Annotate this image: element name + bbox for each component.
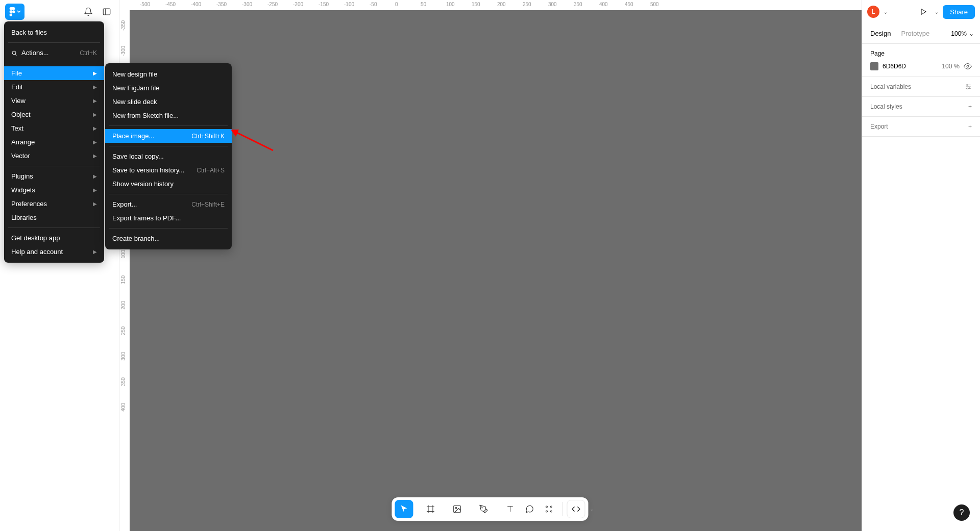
menu-shortcut: Ctrl+Shift+E: [191, 201, 225, 208]
notifications-button[interactable]: [81, 5, 95, 19]
tool-dev-mode[interactable]: [567, 500, 585, 518]
menu-get-desktop-app[interactable]: Get desktop app: [4, 231, 104, 245]
file-submenu: New design file New FigJam file New slid…: [105, 63, 232, 249]
menu-item-label: Save local copy...: [112, 153, 164, 160]
menu-libraries[interactable]: Libraries: [4, 211, 104, 224]
panel-icon: [102, 7, 111, 16]
submenu-create-branch[interactable]: Create branch...: [105, 232, 232, 245]
section-label: Local styles: [870, 103, 902, 110]
main-menu-button[interactable]: [5, 4, 24, 20]
ruler-horizontal: -500 -450 -400 -350 -300 -250 -200 -150 …: [130, 0, 862, 10]
right-panel: L ⌄ ⌄ Share Design Prototype 100% ⌄ Page…: [862, 0, 980, 531]
submenu-new-slide-deck[interactable]: New slide deck: [105, 95, 232, 109]
tab-design[interactable]: Design: [868, 28, 893, 39]
menu-view[interactable]: View ▶: [4, 94, 104, 108]
menu-item-label: Export...: [112, 200, 137, 208]
submenu-new-from-sketch[interactable]: New from Sketch file...: [105, 109, 232, 122]
submenu-new-design-file[interactable]: New design file: [105, 67, 232, 81]
menu-shortcut: Ctrl+Shift+K: [191, 133, 225, 140]
chevron-right-icon: ▶: [93, 201, 97, 207]
tool-text[interactable]: [501, 500, 520, 518]
menu-object[interactable]: Object ▶: [4, 108, 104, 121]
text-icon: [506, 504, 515, 514]
menu-item-label: Text: [11, 124, 23, 132]
code-icon: [572, 504, 581, 514]
menu-plugins[interactable]: Plugins ▶: [4, 169, 104, 183]
section-label: Export: [870, 123, 888, 130]
menu-shortcut: Ctrl+Alt+S: [197, 167, 225, 174]
tool-move[interactable]: [395, 500, 413, 518]
page-color-row[interactable]: 6D6D6D 100 %: [870, 62, 972, 70]
menu-divider: [109, 125, 228, 126]
visibility-toggle[interactable]: [964, 62, 972, 70]
menu-help-account[interactable]: Help and account ▶: [4, 245, 104, 259]
menu-actions[interactable]: Actions... Ctrl+K: [4, 46, 104, 60]
section-export[interactable]: Export +: [862, 117, 980, 137]
section-local-variables[interactable]: Local variables: [862, 77, 980, 97]
tool-pen[interactable]: [475, 500, 493, 518]
menu-item-label: Show version history: [112, 180, 174, 188]
color-swatch[interactable]: [870, 62, 878, 70]
menu-item-label: Vector: [11, 152, 30, 160]
submenu-show-version-history[interactable]: Show version history: [105, 177, 232, 191]
tool-shape[interactable]: [448, 500, 467, 518]
menu-text[interactable]: Text ▶: [4, 121, 104, 135]
menu-shortcut: Ctrl+K: [80, 49, 97, 57]
bell-icon: [84, 7, 93, 16]
help-button[interactable]: ?: [953, 504, 970, 521]
menu-vector[interactable]: Vector ▶: [4, 149, 104, 163]
tool-frame[interactable]: [422, 500, 440, 518]
menu-edit[interactable]: Edit ▶: [4, 80, 104, 94]
submenu-export[interactable]: Export... Ctrl+Shift+E: [105, 197, 232, 211]
submenu-save-local-copy[interactable]: Save local copy...: [105, 149, 232, 163]
settings-icon: [965, 83, 972, 90]
pen-icon: [479, 504, 488, 514]
image-icon: [453, 504, 462, 514]
sparkle-icon: [545, 504, 554, 514]
panel-toggle-button[interactable]: [100, 5, 114, 19]
svg-point-26: [551, 506, 552, 508]
chevron-down-icon[interactable]: ⌄: [884, 9, 888, 15]
menu-item-label: Create branch...: [112, 235, 160, 242]
menu-arrange[interactable]: Arrange ▶: [4, 135, 104, 149]
menu-item-label: Help and account: [11, 248, 63, 256]
present-button[interactable]: [916, 5, 930, 19]
tab-prototype[interactable]: Prototype: [899, 28, 932, 39]
menu-item-label: View: [11, 97, 26, 105]
section-local-styles[interactable]: Local styles +: [862, 97, 980, 117]
svg-point-15: [969, 86, 970, 87]
menu-widgets[interactable]: Widgets ▶: [4, 183, 104, 197]
menu-item-label: New FigJam file: [112, 84, 159, 92]
menu-item-label: Libraries: [11, 214, 37, 221]
menu-item-label: Back to files: [11, 29, 47, 36]
chevron-right-icon: ▶: [93, 249, 97, 255]
cursor-icon: [400, 504, 409, 514]
color-value[interactable]: 6D6D6D: [883, 63, 938, 70]
tool-actions[interactable]: [540, 500, 558, 518]
share-button[interactable]: Share: [943, 5, 975, 19]
svg-point-22: [455, 507, 457, 509]
opacity-value[interactable]: 100 %: [942, 63, 960, 70]
submenu-place-image[interactable]: Place image... Ctrl+Shift+K: [105, 129, 232, 143]
menu-file[interactable]: File ▶: [4, 66, 104, 80]
menu-item-label: Arrange: [11, 138, 35, 146]
chevron-right-icon: ▶: [93, 98, 97, 104]
menu-divider: [8, 166, 100, 166]
right-toolbar: L ⌄ ⌄ Share: [862, 0, 980, 23]
submenu-export-frames-pdf[interactable]: Export frames to PDF...: [105, 211, 232, 225]
chevron-right-icon: ▶: [93, 139, 97, 145]
chevron-down-icon[interactable]: ⌄: [935, 9, 939, 15]
zoom-dropdown[interactable]: 100% ⌄: [951, 30, 974, 37]
submenu-save-version-history[interactable]: Save to version history... Ctrl+Alt+S: [105, 163, 232, 177]
submenu-new-figjam-file[interactable]: New FigJam file: [105, 81, 232, 95]
menu-divider: [8, 63, 100, 63]
tool-comment[interactable]: [521, 500, 539, 518]
comment-icon: [525, 504, 534, 514]
menu-preferences[interactable]: Preferences ▶: [4, 197, 104, 211]
top-toolbar: [0, 0, 119, 23]
avatar[interactable]: L: [867, 6, 879, 18]
menu-item-label: New from Sketch file...: [112, 112, 179, 119]
menu-back-to-files[interactable]: Back to files: [4, 26, 104, 39]
chevron-down-icon[interactable]: ⌄: [590, 507, 594, 512]
canvas[interactable]: [130, 10, 862, 531]
